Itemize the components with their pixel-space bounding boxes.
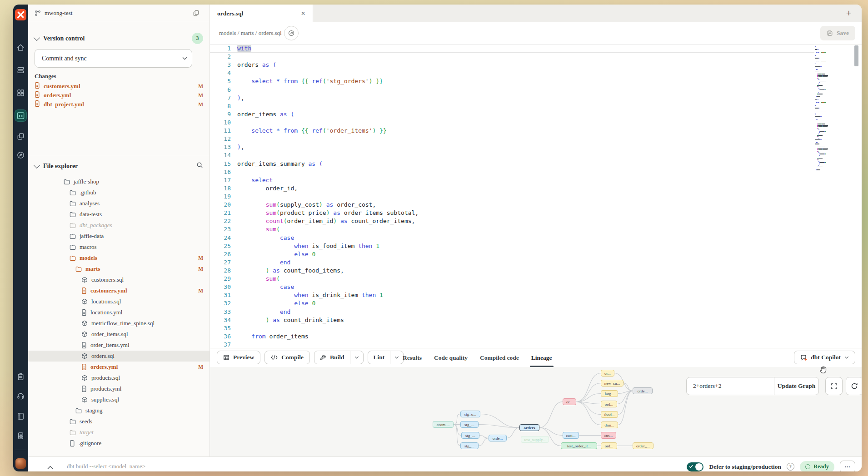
explore-grid-icon[interactable]: [13, 89, 28, 97]
lineage-node-ord[interactable]: ord...: [601, 401, 617, 407]
lineage-node-order[interactable]: order_...: [633, 442, 653, 449]
tree-item--github[interactable]: .github: [28, 187, 210, 198]
changed-file-row[interactable]: customers.ymlM: [35, 82, 203, 91]
editor-toolbar: Preview Compile Build Lint: [210, 348, 862, 367]
tree-item-macros[interactable]: macros: [28, 242, 210, 253]
user-avatar[interactable]: [15, 458, 26, 469]
lineage-node-or[interactable]: or...: [601, 370, 614, 377]
tree-item--gitignore[interactable]: .gitignore: [28, 438, 210, 449]
preview-button[interactable]: Preview: [217, 351, 260, 364]
lineage-node-cust[interactable]: cust...: [563, 432, 579, 439]
editor-scrollbar-thumb[interactable]: [854, 45, 858, 66]
lineage-node-food[interactable]: food...: [601, 411, 618, 418]
tab-lineage[interactable]: Lineage: [531, 348, 552, 367]
changed-file-row[interactable]: orders.ymlM: [35, 91, 203, 100]
expand-command-bar-icon[interactable]: [47, 463, 53, 471]
tree-item-order-items-sql[interactable]: order_items.sql: [28, 329, 210, 340]
lineage-node-stg[interactable]: stg_...: [460, 421, 479, 428]
line-number: 11: [210, 127, 231, 135]
tree-item-models[interactable]: modelsM: [28, 253, 210, 263]
tree-item-marts[interactable]: martsM: [28, 263, 210, 274]
tree-item-metricflow-time-spine-sql[interactable]: metricflow_time_spine.sql: [28, 318, 210, 329]
lineage-node-stg[interactable]: stg_...: [461, 432, 479, 439]
duplicate-windows-icon[interactable]: [13, 132, 28, 141]
more-options-button[interactable]: ...: [840, 461, 855, 472]
tab-code-quality[interactable]: Code quality: [434, 348, 468, 367]
search-icon[interactable]: [196, 162, 203, 170]
build-button[interactable]: Build: [314, 351, 350, 364]
lineage-node-newcu[interactable]: new_cu...: [601, 380, 624, 387]
tree-item-orders-yml[interactable]: orders.ymlM: [28, 362, 210, 372]
tree-item-orders-sql[interactable]: orders.sql: [28, 351, 210, 362]
tree-item-dbt-packages[interactable]: dbt_packages: [28, 220, 210, 231]
commit-and-sync-button[interactable]: Commit and sync: [35, 49, 192, 68]
tree-item-jaffle-shop[interactable]: jaffle-shop: [28, 176, 210, 187]
tree-item-target[interactable]: target: [28, 427, 210, 438]
changelog-clipboard-icon[interactable]: [13, 372, 28, 381]
tree-item-order-items-yml[interactable]: order_items.yml: [28, 340, 210, 351]
save-button[interactable]: Save: [820, 26, 855, 40]
deploy-stack-icon[interactable]: [13, 66, 28, 74]
tab-results[interactable]: Results: [403, 348, 422, 367]
refresh-button[interactable]: [846, 377, 862, 395]
update-graph-button[interactable]: Update Graph: [774, 377, 819, 395]
copy-icon[interactable]: [193, 10, 203, 18]
support-headset-icon[interactable]: [13, 392, 28, 400]
tree-item-jaffle-data[interactable]: jaffle-data: [28, 231, 210, 242]
lineage-node-stg[interactable]: stg_...: [460, 442, 479, 449]
dbt-copilot-button[interactable]: dbt Copilot: [794, 351, 855, 364]
version-control-header[interactable]: Version control 3: [35, 33, 203, 44]
defer-toggle[interactable]: [687, 462, 703, 471]
lineage-node-or[interactable]: or...: [563, 398, 576, 405]
lineage-node-testorderit[interactable]: test_order_it...: [561, 442, 597, 449]
tree-item-locations-yml[interactable]: locations.yml: [28, 307, 210, 318]
lineage-node-stgo[interactable]: stg_o...: [460, 411, 480, 417]
develop-ide-icon[interactable]: [13, 110, 28, 121]
lineage-node-ord[interactable]: ord...: [601, 442, 617, 449]
app-rail: [13, 5, 28, 471]
tab-compiled-code[interactable]: Compiled code: [480, 348, 519, 367]
commit-dropdown-toggle[interactable]: [177, 50, 192, 67]
file-explorer-title: File explorer: [43, 163, 78, 170]
tree-item-data-tests[interactable]: data-tests: [28, 209, 210, 220]
tree-item-supplies-sql[interactable]: supplies.sql: [28, 394, 210, 405]
tree-item-analyses[interactable]: analyses: [28, 198, 210, 209]
tree-item-products-sql[interactable]: products.sql: [28, 372, 210, 383]
new-tab-button[interactable]: +: [846, 7, 852, 19]
home-icon[interactable]: [13, 43, 28, 52]
build-dropdown-toggle[interactable]: [350, 351, 363, 364]
lineage-node-testsupply[interactable]: test_supply...: [521, 436, 549, 443]
tree-item-customers-yml[interactable]: customers.ymlM: [28, 285, 210, 296]
shortcuts-keypad-icon[interactable]: [13, 431, 28, 440]
lineage-node-orders[interactable]: orders: [519, 424, 539, 431]
close-tab-icon[interactable]: ×: [301, 10, 305, 17]
docs-book-icon[interactable]: [13, 412, 28, 421]
lineage-node-larg[interactable]: larg...: [601, 390, 618, 397]
lineage-node-drin[interactable]: drin...: [601, 421, 618, 428]
dbt-logo-icon[interactable]: [15, 9, 26, 20]
lint-dropdown-toggle[interactable]: [390, 351, 403, 364]
editor-minimap[interactable]: [815, 46, 847, 328]
tree-item-customers-sql[interactable]: customers.sql: [28, 274, 210, 285]
tree-item-products-yml[interactable]: products.yml: [28, 383, 210, 394]
lineage-node-ecom[interactable]: ecom....: [433, 421, 454, 428]
open-lineage-icon[interactable]: [284, 26, 299, 40]
compass-icon[interactable]: [13, 151, 28, 159]
compile-button[interactable]: Compile: [264, 351, 310, 364]
lint-button[interactable]: Lint: [368, 351, 390, 364]
command-input[interactable]: dbt build --select <model_name>: [67, 463, 145, 470]
code-editor[interactable]: 1with23orders as (45 select * from {{ re…: [210, 45, 814, 348]
lineage-node-orde[interactable]: orde...: [633, 387, 653, 394]
tab-orders-sql[interactable]: orders.sql ×: [210, 5, 313, 22]
lineage-node-cus[interactable]: cus...: [601, 432, 616, 439]
tree-item-locations-sql[interactable]: locations.sql: [28, 296, 210, 307]
file-explorer-header[interactable]: File explorer: [35, 162, 203, 170]
lineage-selector-input[interactable]: 2+orders+2: [686, 377, 774, 395]
changed-file-row[interactable]: dbt_project.ymlM: [35, 100, 203, 109]
tree-item-seeds[interactable]: seeds: [28, 416, 210, 427]
tree-item-staging[interactable]: staging: [28, 405, 210, 416]
line-number: 22: [210, 217, 231, 225]
lineage-node-orde[interactable]: orde...: [489, 435, 507, 441]
fullscreen-button[interactable]: [825, 377, 843, 395]
help-icon[interactable]: ?: [787, 463, 794, 471]
